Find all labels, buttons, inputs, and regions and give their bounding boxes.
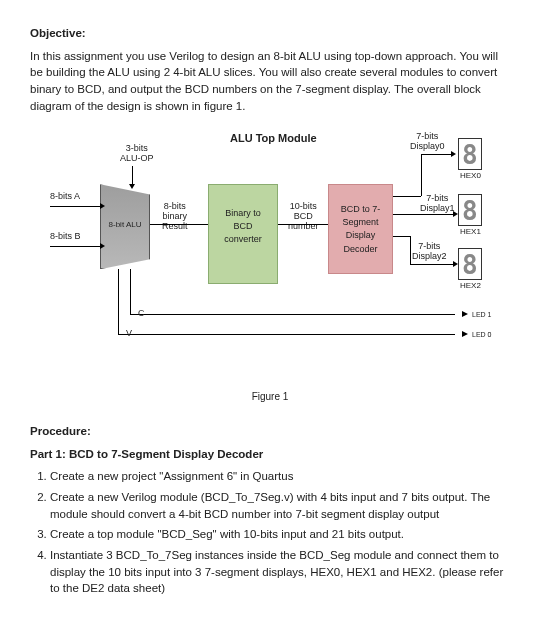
label-bcddec: BCD to 7- Segment Display Decoder	[341, 204, 381, 253]
arrow-aluop	[132, 166, 133, 184]
label-led0: LED 0	[472, 330, 491, 340]
wire-v2	[118, 334, 455, 335]
label-a: 8-bits A	[50, 192, 80, 202]
label-disp0: 7-bits Display0	[410, 132, 445, 152]
label-c: C	[138, 309, 145, 319]
figure-caption: Figure 1	[30, 390, 510, 405]
wire-d2a	[393, 236, 410, 237]
seg7-hex0	[458, 138, 482, 170]
block-bin2bcd: Binary to BCD converter	[208, 184, 278, 284]
list-item: Create a new Verilog module (BCD_To_7Seg…	[50, 489, 510, 522]
label-aluop: 3-bits ALU-OP	[120, 144, 154, 164]
arrow-bcdnum	[278, 224, 328, 225]
label-hex2: HEX2	[460, 280, 481, 292]
arrow-binres	[150, 224, 208, 225]
label-disp1: 7-bits Display1	[420, 194, 455, 214]
seg7-hex2	[458, 248, 482, 280]
objective-heading: Objective:	[30, 25, 510, 42]
label-bin2bcd: Binary to BCD converter	[224, 208, 262, 244]
wire-d2b	[410, 236, 411, 264]
arrow-d2	[410, 264, 453, 265]
arrow-d1	[393, 214, 453, 215]
wire-d0b	[421, 154, 422, 196]
block-bcddec: BCD to 7- Segment Display Decoder	[328, 184, 393, 274]
arrow-d0	[421, 154, 451, 155]
label-binres: 8-bits binary Result	[162, 202, 188, 232]
label-v: V	[126, 329, 132, 339]
label-b: 8-bits B	[50, 232, 81, 242]
label-hex0: HEX0	[460, 170, 481, 182]
seg7-hex1	[458, 194, 482, 226]
part1-heading: Part 1: BCD to 7-Segment Display Decoder	[30, 446, 510, 463]
led0-icon	[462, 331, 468, 337]
wire-v1	[118, 269, 119, 334]
wire-d0a	[393, 196, 421, 197]
list-item: Create a top module "BCD_Seg" with 10-bi…	[50, 526, 510, 543]
arrow-b	[50, 246, 100, 247]
procedure-heading: Procedure:	[30, 423, 510, 440]
led1-icon	[462, 311, 468, 317]
svg-marker-0	[462, 311, 468, 317]
label-disp2: 7-bits Display2	[412, 242, 447, 262]
diagram-title: ALU Top Module	[230, 132, 317, 144]
list-item: Instantiate 3 BCD_To_7Seg instances insi…	[50, 547, 510, 597]
label-led1: LED 1	[472, 310, 491, 320]
list-item: Create a new project "Assignment 6" in Q…	[50, 468, 510, 485]
procedure-steps: Create a new project "Assignment 6" in Q…	[30, 468, 510, 597]
arrow-a	[50, 206, 100, 207]
block-diagram: ALU Top Module 3-bits ALU-OP 8-bit ALU 8…	[30, 124, 510, 384]
wire-c2	[130, 314, 455, 315]
label-alu: 8-bit ALU	[103, 221, 147, 230]
svg-marker-1	[462, 331, 468, 337]
label-bcdnum: 10-bits BCD number	[288, 202, 319, 232]
wire-c1	[130, 269, 131, 314]
objective-text: In this assignment you use Verilog to de…	[30, 48, 510, 115]
label-hex1: HEX1	[460, 226, 481, 238]
